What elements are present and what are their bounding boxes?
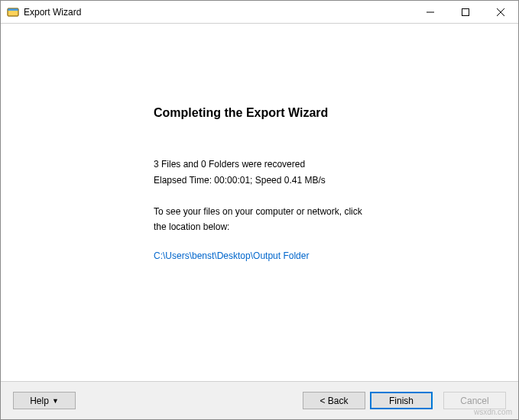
titlebar: Export Wizard <box>1 1 518 24</box>
close-button[interactable] <box>483 1 518 23</box>
finish-button[interactable]: Finish <box>370 392 433 409</box>
minimize-button[interactable] <box>413 1 448 23</box>
elapsed-time: Elapsed Time: 00:00:01; Speed 0.41 MB/s <box>154 174 488 187</box>
export-wizard-window: Export Wizard Completing the Export Wiza… <box>0 0 519 420</box>
output-folder-link[interactable]: C:\Users\benst\Desktop\Output Folder <box>154 250 309 261</box>
minimize-icon <box>427 8 434 16</box>
window-controls <box>413 1 518 23</box>
cancel-button: Cancel <box>443 392 506 409</box>
location-hint: To see your files on your computer or ne… <box>154 205 488 234</box>
maximize-icon <box>462 8 469 16</box>
close-icon <box>497 8 504 16</box>
content-area: Completing the Export Wizard 3 Files and… <box>1 24 518 381</box>
caret-down-icon: ▼ <box>52 397 59 405</box>
help-button-label: Help <box>30 396 49 406</box>
location-hint-line1: To see your files on your computer or ne… <box>154 205 488 218</box>
left-panel <box>1 24 154 381</box>
back-button[interactable]: < Back <box>303 392 365 409</box>
location-hint-line2: the location below: <box>154 221 488 234</box>
svg-rect-4 <box>462 8 469 15</box>
maximize-button[interactable] <box>448 1 483 23</box>
main-panel: Completing the Export Wizard 3 Files and… <box>154 24 518 381</box>
wizard-heading: Completing the Export Wizard <box>154 106 488 120</box>
recovery-summary: 3 Files and 0 Folders were recovered <box>154 158 488 171</box>
help-button[interactable]: Help ▼ <box>13 392 76 409</box>
bottom-bar: Help ▼ < Back Finish Cancel <box>1 381 518 419</box>
app-icon <box>7 6 19 18</box>
window-title: Export Wizard <box>24 7 413 18</box>
svg-rect-1 <box>8 8 18 11</box>
